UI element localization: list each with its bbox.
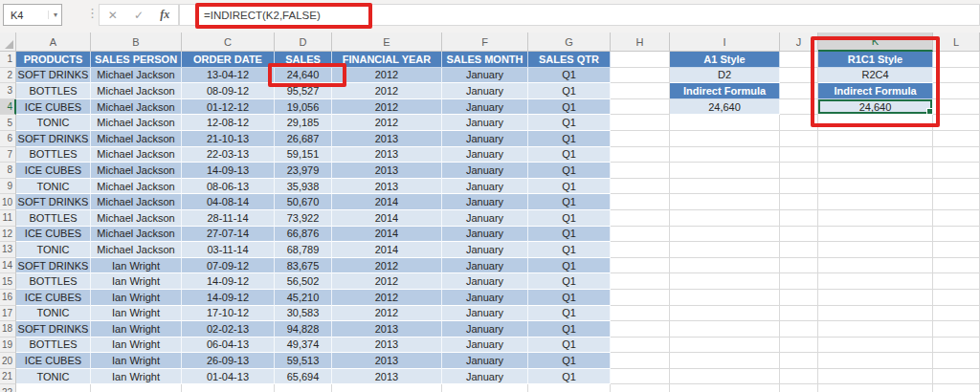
cell-E11[interactable]: 2014 <box>332 210 442 227</box>
row-header-14[interactable]: 14 <box>0 258 16 274</box>
cell-E8[interactable]: 2013 <box>332 163 442 179</box>
row-header-9[interactable]: 9 <box>0 179 16 195</box>
cell-C21[interactable]: 01-04-13 <box>182 369 275 385</box>
cell-E15[interactable]: 2012 <box>332 273 442 290</box>
cell-I16[interactable] <box>670 290 780 306</box>
cell-A14[interactable]: SOFT DRINKS <box>16 258 91 274</box>
cell-E3[interactable]: 2012 <box>332 83 442 99</box>
cell-K2[interactable]: R2C4 <box>818 68 933 84</box>
cell-H5[interactable] <box>611 115 670 131</box>
cell-H21[interactable] <box>611 369 670 385</box>
cell-B13[interactable]: Michael Jackson <box>91 242 182 258</box>
cell-B22[interactable] <box>91 384 182 392</box>
cell-H17[interactable] <box>611 306 670 322</box>
cell-K7[interactable] <box>818 147 933 163</box>
cell-J20[interactable] <box>780 353 818 369</box>
cell-L21[interactable] <box>933 369 980 385</box>
cell-I18[interactable] <box>670 321 780 338</box>
cell-H3[interactable] <box>611 83 670 99</box>
cell-A19[interactable]: BOTTLES <box>16 338 91 354</box>
cell-C13[interactable]: 03-11-14 <box>182 242 275 258</box>
cell-F21[interactable]: January <box>442 369 528 385</box>
insert-function-icon[interactable]: fx <box>160 8 169 22</box>
cell-K6[interactable] <box>818 131 933 147</box>
row-header-15[interactable]: 15 <box>0 273 16 290</box>
cell-G9[interactable]: Q1 <box>528 179 611 195</box>
cell-E13[interactable]: 2014 <box>332 242 442 258</box>
cell-A5[interactable]: TONIC <box>16 115 91 131</box>
cell-G2[interactable]: Q1 <box>528 68 611 84</box>
cell-B11[interactable]: Michael Jackson <box>91 210 182 227</box>
cell-C11[interactable]: 28-11-14 <box>182 210 275 227</box>
cell-A17[interactable]: TONIC <box>16 306 91 322</box>
cell-C16[interactable]: 14-09-12 <box>182 290 275 306</box>
cell-G22[interactable] <box>528 384 611 392</box>
cell-J12[interactable] <box>780 227 818 243</box>
cell-H19[interactable] <box>611 338 670 354</box>
formula-bar-drag-handle-icon[interactable]: ⋮ <box>86 6 98 20</box>
cell-L2[interactable] <box>933 68 980 84</box>
cell-I4[interactable]: 24,640 <box>670 99 780 116</box>
cell-I8[interactable] <box>670 163 780 179</box>
cell-G13[interactable]: Q1 <box>528 242 611 258</box>
cell-L13[interactable] <box>933 242 980 258</box>
cell-B20[interactable]: Ian Wright <box>91 353 182 369</box>
cell-G10[interactable]: Q1 <box>528 194 611 210</box>
cell-A11[interactable]: BOTTLES <box>16 210 91 227</box>
cell-I9[interactable] <box>670 179 780 195</box>
cell-H15[interactable] <box>611 273 670 290</box>
cell-C3[interactable]: 08-09-12 <box>182 83 275 99</box>
cell-L11[interactable] <box>933 210 980 227</box>
cell-D14[interactable]: 83,675 <box>275 258 332 274</box>
cell-A20[interactable]: ICE CUBES <box>16 353 91 369</box>
cell-D17[interactable]: 30,583 <box>275 306 332 322</box>
cell-B17[interactable]: Ian Wright <box>91 306 182 322</box>
cell-K18[interactable] <box>818 321 933 338</box>
cell-K21[interactable] <box>818 369 933 385</box>
cell-F9[interactable]: January <box>442 179 528 195</box>
cell-L5[interactable] <box>933 115 980 131</box>
cell-J22[interactable] <box>780 384 818 392</box>
cell-I15[interactable] <box>670 273 780 290</box>
cell-D10[interactable]: 50,670 <box>275 194 332 210</box>
cell-B7[interactable]: Michael Jackson <box>91 147 182 163</box>
cell-G6[interactable]: Q1 <box>528 131 611 147</box>
cell-A2[interactable]: SOFT DRINKS <box>16 68 91 84</box>
cell-F1[interactable]: SALES MONTH <box>442 52 528 68</box>
cell-J5[interactable] <box>780 115 818 131</box>
cell-I19[interactable] <box>670 338 780 354</box>
cell-F20[interactable]: January <box>442 353 528 369</box>
cell-F17[interactable]: January <box>442 306 528 322</box>
cell-C20[interactable]: 26-09-13 <box>182 353 275 369</box>
cell-A21[interactable]: TONIC <box>16 369 91 385</box>
cell-D16[interactable]: 45,210 <box>275 290 332 306</box>
cell-D4[interactable]: 19,056 <box>275 99 332 116</box>
cell-F12[interactable]: January <box>442 227 528 243</box>
cell-D2[interactable]: 24,640 <box>275 68 332 84</box>
cell-E5[interactable]: 2012 <box>332 115 442 131</box>
cell-F19[interactable]: January <box>442 338 528 354</box>
cell-E1[interactable]: FINANCIAL YEAR <box>332 52 442 68</box>
cell-C8[interactable]: 14-09-13 <box>182 163 275 179</box>
cell-L7[interactable] <box>933 147 980 163</box>
cell-I14[interactable] <box>670 258 780 274</box>
cell-I21[interactable] <box>670 369 780 385</box>
row-header-3[interactable]: 3 <box>0 83 16 99</box>
row-header-18[interactable]: 18 <box>0 321 16 338</box>
column-header-F[interactable]: F <box>442 33 528 52</box>
row-header-6[interactable]: 6 <box>0 131 16 147</box>
cancel-icon[interactable]: ✕ <box>108 9 118 22</box>
cell-L22[interactable] <box>933 384 980 392</box>
row-header-4[interactable]: 4 <box>0 99 16 116</box>
row-header-10[interactable]: 10 <box>0 194 16 210</box>
cell-E22[interactable] <box>332 384 442 392</box>
cell-A10[interactable]: SOFT DRINKS <box>16 194 91 210</box>
cell-F14[interactable]: January <box>442 258 528 274</box>
cell-B10[interactable]: Michael Jackson <box>91 194 182 210</box>
cell-K13[interactable] <box>818 242 933 258</box>
cell-K19[interactable] <box>818 338 933 354</box>
cell-I2[interactable]: D2 <box>670 68 780 84</box>
cell-A3[interactable]: BOTTLES <box>16 83 91 99</box>
cell-H18[interactable] <box>611 321 670 338</box>
cell-F11[interactable]: January <box>442 210 528 227</box>
